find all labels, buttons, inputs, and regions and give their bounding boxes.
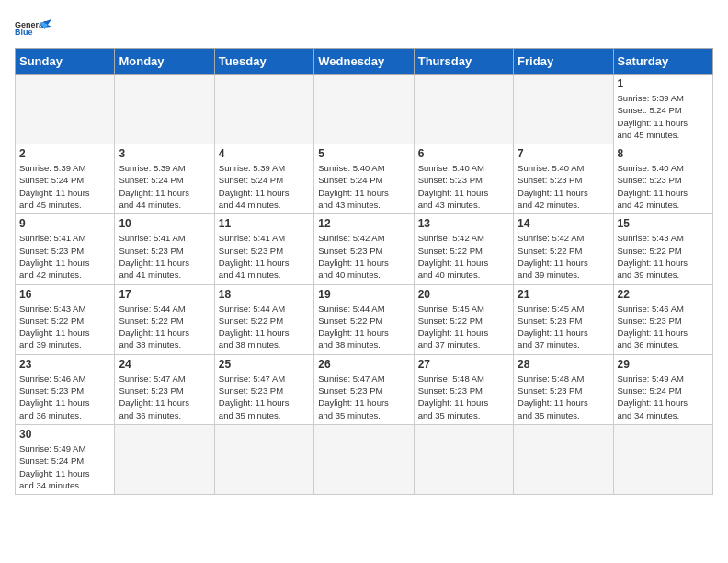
day-number: 10 xyxy=(119,217,210,230)
day-info: Sunrise: 5:47 AM Sunset: 5:23 PM Dayligh… xyxy=(119,373,210,421)
day-cell xyxy=(414,75,513,144)
day-info: Sunrise: 5:40 AM Sunset: 5:24 PM Dayligh… xyxy=(318,162,409,211)
day-cell: 12Sunrise: 5:42 AM Sunset: 5:23 PM Dayli… xyxy=(314,214,414,284)
day-number: 25 xyxy=(219,358,310,371)
day-cell: 25Sunrise: 5:47 AM Sunset: 5:23 PM Dayli… xyxy=(214,354,313,424)
day-number: 9 xyxy=(19,217,110,230)
day-cell: 1Sunrise: 5:39 AM Sunset: 5:24 PM Daylig… xyxy=(613,75,712,144)
day-cell: 4Sunrise: 5:39 AM Sunset: 5:24 PM Daylig… xyxy=(214,144,313,214)
day-number: 3 xyxy=(119,147,210,160)
day-info: Sunrise: 5:39 AM Sunset: 5:24 PM Dayligh… xyxy=(618,92,709,141)
day-cell xyxy=(115,424,214,494)
day-info: Sunrise: 5:39 AM Sunset: 5:24 PM Dayligh… xyxy=(119,162,210,211)
day-cell: 14Sunrise: 5:42 AM Sunset: 5:22 PM Dayli… xyxy=(514,214,613,284)
day-number: 22 xyxy=(618,288,709,301)
weekday-header-thursday: Thursday xyxy=(414,49,513,75)
logo-icon: General Blue xyxy=(15,17,51,39)
day-cell: 18Sunrise: 5:44 AM Sunset: 5:22 PM Dayli… xyxy=(214,284,313,354)
day-info: Sunrise: 5:44 AM Sunset: 5:22 PM Dayligh… xyxy=(318,303,409,351)
week-row-3: 9Sunrise: 5:41 AM Sunset: 5:23 PM Daylig… xyxy=(16,214,713,284)
day-info: Sunrise: 5:44 AM Sunset: 5:22 PM Dayligh… xyxy=(219,303,310,351)
day-info: Sunrise: 5:42 AM Sunset: 5:22 PM Dayligh… xyxy=(418,232,509,281)
day-cell xyxy=(214,424,313,494)
day-info: Sunrise: 5:49 AM Sunset: 5:24 PM Dayligh… xyxy=(19,442,110,491)
weekday-header-saturday: Saturday xyxy=(613,49,712,75)
weekday-header-wednesday: Wednesday xyxy=(314,49,414,75)
day-number: 23 xyxy=(19,358,110,371)
day-cell xyxy=(514,75,613,144)
day-info: Sunrise: 5:39 AM Sunset: 5:24 PM Dayligh… xyxy=(219,162,310,211)
day-info: Sunrise: 5:40 AM Sunset: 5:23 PM Dayligh… xyxy=(618,162,709,211)
day-number: 30 xyxy=(19,428,110,441)
day-cell: 26Sunrise: 5:47 AM Sunset: 5:23 PM Dayli… xyxy=(314,354,414,424)
svg-text:Blue: Blue xyxy=(15,28,33,37)
header: General Blue xyxy=(15,15,713,39)
day-cell: 5Sunrise: 5:40 AM Sunset: 5:24 PM Daylig… xyxy=(314,144,414,214)
day-info: Sunrise: 5:41 AM Sunset: 5:23 PM Dayligh… xyxy=(19,232,110,281)
day-number: 5 xyxy=(318,147,409,160)
day-cell: 3Sunrise: 5:39 AM Sunset: 5:24 PM Daylig… xyxy=(115,144,214,214)
week-row-6: 30Sunrise: 5:49 AM Sunset: 5:24 PM Dayli… xyxy=(16,424,713,494)
day-number: 8 xyxy=(618,147,709,160)
day-number: 11 xyxy=(219,217,310,230)
day-cell: 8Sunrise: 5:40 AM Sunset: 5:23 PM Daylig… xyxy=(613,144,712,214)
day-cell: 10Sunrise: 5:41 AM Sunset: 5:23 PM Dayli… xyxy=(115,214,214,284)
weekday-header-monday: Monday xyxy=(115,49,214,75)
day-info: Sunrise: 5:41 AM Sunset: 5:23 PM Dayligh… xyxy=(119,232,210,281)
day-cell: 11Sunrise: 5:41 AM Sunset: 5:23 PM Dayli… xyxy=(214,214,313,284)
day-cell: 6Sunrise: 5:40 AM Sunset: 5:23 PM Daylig… xyxy=(414,144,513,214)
day-info: Sunrise: 5:39 AM Sunset: 5:24 PM Dayligh… xyxy=(19,162,110,211)
day-cell xyxy=(314,424,414,494)
day-info: Sunrise: 5:45 AM Sunset: 5:22 PM Dayligh… xyxy=(418,303,509,351)
day-info: Sunrise: 5:46 AM Sunset: 5:23 PM Dayligh… xyxy=(19,373,110,421)
day-number: 20 xyxy=(418,288,509,301)
week-row-5: 23Sunrise: 5:46 AM Sunset: 5:23 PM Dayli… xyxy=(16,354,713,424)
logo-area: General Blue xyxy=(15,15,51,39)
day-info: Sunrise: 5:47 AM Sunset: 5:23 PM Dayligh… xyxy=(219,373,310,421)
day-number: 26 xyxy=(318,358,409,371)
day-cell xyxy=(514,424,613,494)
day-cell xyxy=(414,424,513,494)
day-cell xyxy=(613,424,712,494)
day-number: 29 xyxy=(618,358,709,371)
day-cell: 22Sunrise: 5:46 AM Sunset: 5:23 PM Dayli… xyxy=(613,284,712,354)
day-cell: 2Sunrise: 5:39 AM Sunset: 5:24 PM Daylig… xyxy=(16,144,115,214)
day-number: 18 xyxy=(219,288,310,301)
day-cell: 15Sunrise: 5:43 AM Sunset: 5:22 PM Dayli… xyxy=(613,214,712,284)
day-cell xyxy=(314,75,414,144)
day-info: Sunrise: 5:44 AM Sunset: 5:22 PM Dayligh… xyxy=(119,303,210,351)
day-info: Sunrise: 5:48 AM Sunset: 5:23 PM Dayligh… xyxy=(518,373,609,421)
day-number: 21 xyxy=(518,288,609,301)
day-info: Sunrise: 5:42 AM Sunset: 5:22 PM Dayligh… xyxy=(518,232,609,281)
week-row-4: 16Sunrise: 5:43 AM Sunset: 5:22 PM Dayli… xyxy=(16,284,713,354)
weekday-header-sunday: Sunday xyxy=(16,49,115,75)
day-info: Sunrise: 5:41 AM Sunset: 5:23 PM Dayligh… xyxy=(219,232,310,281)
weekday-header-friday: Friday xyxy=(514,49,613,75)
day-cell: 23Sunrise: 5:46 AM Sunset: 5:23 PM Dayli… xyxy=(16,354,115,424)
day-info: Sunrise: 5:40 AM Sunset: 5:23 PM Dayligh… xyxy=(418,162,509,211)
day-number: 15 xyxy=(618,217,709,230)
day-cell: 19Sunrise: 5:44 AM Sunset: 5:22 PM Dayli… xyxy=(314,284,414,354)
day-cell: 17Sunrise: 5:44 AM Sunset: 5:22 PM Dayli… xyxy=(115,284,214,354)
day-cell: 7Sunrise: 5:40 AM Sunset: 5:23 PM Daylig… xyxy=(514,144,613,214)
day-number: 1 xyxy=(618,77,709,90)
day-number: 4 xyxy=(219,147,310,160)
day-cell xyxy=(214,75,313,144)
day-number: 24 xyxy=(119,358,210,371)
day-number: 17 xyxy=(119,288,210,301)
day-cell xyxy=(16,75,115,144)
day-number: 6 xyxy=(418,147,509,160)
day-cell xyxy=(115,75,214,144)
day-cell: 21Sunrise: 5:45 AM Sunset: 5:23 PM Dayli… xyxy=(514,284,613,354)
day-cell: 29Sunrise: 5:49 AM Sunset: 5:24 PM Dayli… xyxy=(613,354,712,424)
day-number: 13 xyxy=(418,217,509,230)
day-info: Sunrise: 5:43 AM Sunset: 5:22 PM Dayligh… xyxy=(19,303,110,351)
day-number: 2 xyxy=(19,147,110,160)
day-cell: 20Sunrise: 5:45 AM Sunset: 5:22 PM Dayli… xyxy=(414,284,513,354)
day-number: 19 xyxy=(318,288,409,301)
weekday-header-tuesday: Tuesday xyxy=(214,49,313,75)
day-cell: 30Sunrise: 5:49 AM Sunset: 5:24 PM Dayli… xyxy=(16,424,115,494)
day-info: Sunrise: 5:46 AM Sunset: 5:23 PM Dayligh… xyxy=(618,303,709,351)
day-number: 27 xyxy=(418,358,509,371)
day-number: 7 xyxy=(518,147,609,160)
